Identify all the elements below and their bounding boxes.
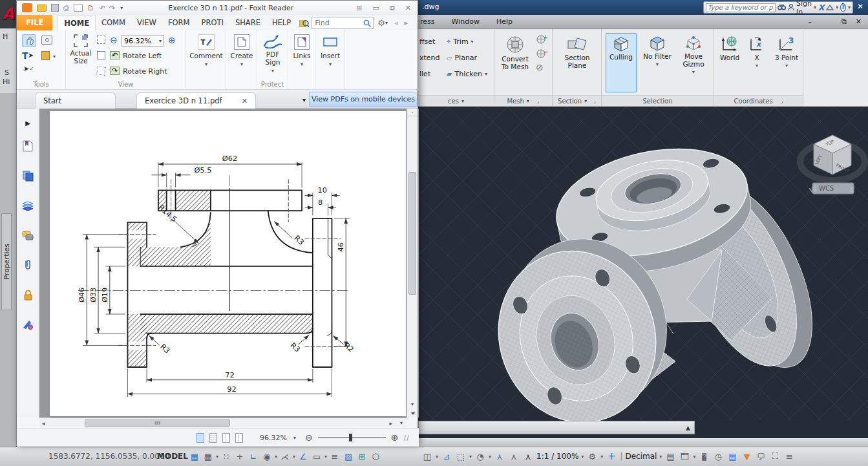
cmdline-expand-icon[interactable]: ▲ [686,425,690,431]
hscroll-thumb[interactable]: ⦀⦀⦀ [85,419,230,427]
autocad-viewport[interactable]: W S TOP LEFT FRONT WCS ▲ [418,107,868,447]
actual-size-button[interactable]: Actual Size [66,34,96,65]
create-button[interactable]: Create▾ [227,34,257,67]
units-dropdown[interactable]: Decimal [625,452,657,461]
resize-grip-icon[interactable]: ∕∕ [403,434,409,442]
infer-constraints-icon[interactable]: ∷ [220,450,232,462]
links-button[interactable]: Links▾ [287,34,317,67]
security-panel-icon[interactable] [20,287,36,302]
find-prev-icon[interactable]: ◂ [394,19,398,26]
find-next-icon[interactable]: ▸ [404,19,408,26]
feedback-icon[interactable]: 🗩 [755,450,767,462]
open-file-icon[interactable] [37,5,47,12]
tab-list-caret-icon[interactable]: ▾ [302,96,306,103]
move-gizmo-button[interactable]: Move Gizmo▾ [677,33,710,92]
panel-label-selection[interactable]: Selection [602,95,714,106]
selection-cycling-icon[interactable]: ⊞ [356,450,368,462]
unit-cube-icon[interactable]: ⬚ [455,450,467,462]
autoscale-icon[interactable]: ◔ [474,450,486,462]
fx-close-button[interactable]: ✕ [405,5,411,12]
zoom-in-tool-icon[interactable]: ⊕ [168,36,176,45]
tab-view[interactable]: VIEW [131,15,162,30]
add-stamp-icon[interactable]: 🗋 [87,5,94,12]
model-space-button[interactable]: MODEL [157,452,188,461]
properties-palette-tab[interactable]: Properties [1,213,12,310]
zoom-out-tool-icon[interactable]: ⊖ [110,36,118,45]
rotate-left-button[interactable]: Rotate Left [123,52,162,60]
zoom-level-combo[interactable]: 96.32%▾ [122,35,164,47]
panel-label-coordinates[interactable]: Coordinates⌟ [714,95,803,106]
rotate-right-icon[interactable]: ↷ [110,67,120,75]
wcs-label[interactable]: WCS [819,185,834,192]
x-ucs-button[interactable]: x X▾ [745,33,768,92]
gear-icon[interactable]: ⚙ [377,19,385,27]
convert-to-mesh-button[interactable]: Convert To Mesh [498,33,532,92]
continuous-facing-view-icon[interactable] [235,433,243,443]
snap-mode-icon[interactable]: ▦ [202,450,214,462]
menu-window[interactable]: Window [452,17,480,26]
fx-restore-button[interactable]: ⧉ [390,5,395,12]
menu-help[interactable]: Help [496,17,513,26]
status-menu-icon[interactable]: ≡ [783,450,795,462]
open-folder-icon[interactable]: ▼ [741,450,752,462]
signature-panel-icon[interactable] [20,317,36,332]
tab-form[interactable]: FORM [162,15,196,30]
doc-close-button[interactable]: ✕ [856,17,862,26]
3d-model-canvas[interactable]: W S TOP LEFT FRONT WCS [418,107,868,421]
vertical-scrollbar[interactable]: ⹀ ▾ ▾▾ [407,109,418,418]
object-isolate-icon[interactable]: 🯄 [698,450,710,462]
hscroll-menu-icon[interactable]: ▾ [400,420,403,426]
status-zoom-out-icon[interactable]: ⊖ [305,433,313,442]
tab-share[interactable]: SHARE [229,15,266,30]
exchange-x-icon[interactable]: X [818,3,824,12]
continuous-view-icon[interactable] [209,433,217,443]
thicken-button[interactable]: ▰Thicken▾ [447,67,487,81]
smooth-more-icon[interactable]: + [536,34,547,45]
vscroll-thumb[interactable] [408,172,416,295]
offset-button[interactable]: ffset [419,34,435,48]
annotation-monitor-icon[interactable]: ⊿ [441,450,452,462]
clipboard-caret-icon[interactable]: ▾ [53,54,56,59]
osnap-icon[interactable]: ∠ [297,450,309,462]
refine-mesh-icon[interactable]: ⊘ [536,63,544,72]
polar-caret-icon[interactable]: ▾ [275,454,277,460]
panel-label-faces[interactable]: ces▾ [418,95,494,106]
settings-gear-icon[interactable]: ⚙ [586,450,598,462]
annotation-scale-value[interactable]: 1:1 / 100% [536,452,578,461]
sign-in-caret-icon[interactable]: ▾ [814,5,816,10]
fillet-button[interactable]: llet [419,67,430,81]
tab-file[interactable]: FILE [17,15,52,30]
lineweight-icon[interactable]: ≡ [329,450,341,462]
print-icon[interactable]: ⎙ [63,5,69,12]
display-icon[interactable]: 🗔 [679,450,690,462]
culling-button[interactable]: Culling [606,33,637,92]
tab-document[interactable]: Exercice 3D n 11.pdf ✕ [136,92,256,109]
quick-calc-icon[interactable]: ▤ [664,450,676,462]
status-zoom-caret-icon[interactable]: ▾ [293,435,296,441]
select-annotation-icon[interactable]: ➤✓ [23,65,34,72]
rotate-left-icon[interactable]: ↶ [110,51,120,59]
grid-display-icon[interactable]: ▦ [189,450,200,462]
units-caret-icon[interactable]: ▾ [659,454,662,460]
transparency-icon[interactable]: ▨ [343,450,354,462]
panel-label-section[interactable]: Section▾⌟ [553,95,601,106]
isodraft-icon[interactable]: ⋌ [279,450,291,462]
fit-width-icon[interactable] [97,36,105,44]
smooth-less-icon[interactable]: − [536,48,547,59]
panel-label-mesh[interactable]: Mesh▾⌟ [494,95,552,106]
bookmarks-panel-icon[interactable] [20,138,36,154]
autocad-logo[interactable]: A [0,0,16,28]
pdf-page[interactable]: Ø62 Ø5.5 10 8 46 Ø46 Ø33 Ø19 72 92 R14.5… [49,111,407,417]
scroll-down-icon[interactable]: ▾ [407,401,418,407]
autocad-search-input[interactable] [706,3,776,12]
isodraft-caret-icon[interactable]: ▾ [293,454,295,460]
tab-home[interactable]: HOME [58,15,96,30]
snap-caret-icon[interactable]: ▾ [216,454,218,460]
close-tab-icon[interactable]: ✕ [242,97,248,105]
object-snap-icon[interactable]: ▭ [311,450,323,462]
scale-caret-icon[interactable]: ▾ [581,454,584,460]
gear-caret-icon[interactable]: ▾ [600,454,603,460]
collapse-ribbon-icon[interactable]: ⌃ [416,19,421,26]
no-filter-button[interactable]: No Filter▾ [640,33,674,92]
clock-icon[interactable]: ◷ [712,450,724,462]
